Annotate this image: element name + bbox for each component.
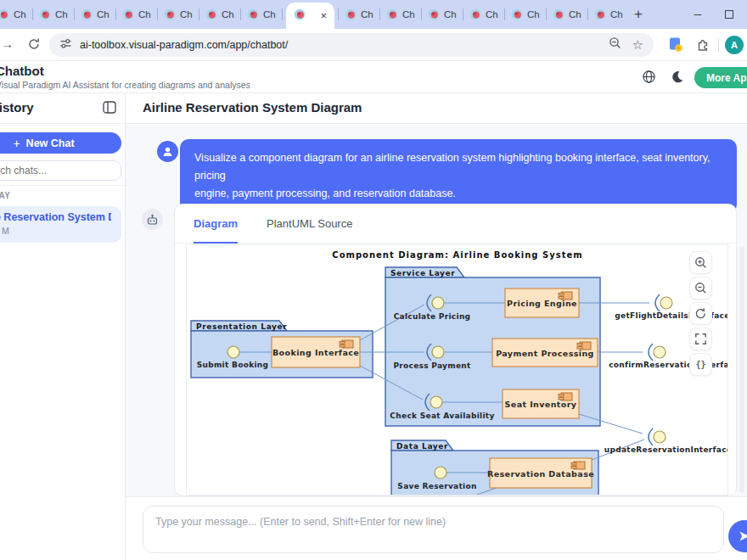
- send-button[interactable]: [728, 520, 747, 552]
- interface-ball: [654, 431, 666, 443]
- interface-ball: [654, 346, 666, 358]
- chat-area: Visualize a component diagram for an air…: [126, 124, 747, 496]
- tab-separator: [237, 8, 244, 20]
- site-settings-icon[interactable]: [59, 37, 72, 53]
- chat-item-time: M: [2, 226, 111, 236]
- site-favicon-icon: [469, 8, 481, 20]
- tab-separator: [112, 8, 120, 20]
- browser-tab[interactable]: Ch: [0, 8, 29, 20]
- more-apps-button[interactable]: More Apps: [694, 67, 747, 88]
- chat-history-item[interactable]: Airline Reservation System Dia... M: [0, 206, 121, 243]
- browser-tab[interactable]: Ch: [425, 8, 459, 20]
- interface-ball: [432, 297, 444, 309]
- bookmark-star-icon[interactable]: ☆: [632, 37, 643, 53]
- language-globe-icon[interactable]: [642, 70, 656, 87]
- extensions-puzzle-icon[interactable]: [696, 37, 710, 55]
- browser-tab[interactable]: Ch: [592, 8, 626, 20]
- page-title: Airline Reservation System Diagram: [143, 100, 747, 115]
- interface-label: Process Payment: [393, 361, 471, 370]
- chat-scrollbar[interactable]: [739, 247, 744, 493]
- tab-label: Ch: [610, 9, 623, 20]
- tab-separator: [418, 8, 425, 20]
- code-braces-button[interactable]: {}: [689, 353, 712, 376]
- app-header: Chatbot Visual Paradigm AI Assistant for…: [0, 61, 747, 93]
- diagram-title: Component Diagram: Airline Booking Syste…: [332, 250, 582, 260]
- site-favicon-icon: [511, 8, 523, 20]
- search-chats-input[interactable]: [0, 160, 121, 181]
- interface-ball: [660, 297, 672, 309]
- zoom-out-button[interactable]: [689, 277, 712, 300]
- site-favicon-icon: [0, 8, 9, 20]
- tab-label: Ch: [180, 9, 193, 20]
- tab-separator: [70, 8, 78, 20]
- new-chat-button[interactable]: + New Chat: [0, 132, 121, 154]
- tabs-row: ChChChChChChCh × ChChChChChChCh+: [0, 0, 643, 29]
- browser-tab-strip: ChChChChChChCh × ChChChChChChCh+ –: [0, 0, 747, 29]
- profile-avatar[interactable]: A: [725, 36, 744, 54]
- tab-label: Ch: [444, 9, 457, 20]
- tab-separator: [278, 8, 286, 20]
- browser-tab[interactable]: Ch: [203, 8, 237, 20]
- tab-close-icon[interactable]: ×: [320, 10, 327, 21]
- minimize-icon[interactable]: –: [694, 7, 701, 20]
- maximize-icon[interactable]: [725, 10, 733, 19]
- conversation-title-bar: Airline Reservation System Diagram: [126, 93, 747, 124]
- browser-tab[interactable]: Ch: [342, 8, 376, 20]
- browser-tab[interactable]: Ch: [120, 8, 154, 20]
- interface-label: Save Reservation: [397, 482, 476, 490]
- socket-arc: [649, 344, 653, 361]
- forward-icon[interactable]: →: [1, 36, 14, 51]
- component-label: Reservation Database: [487, 469, 594, 479]
- site-favicon-icon: [345, 8, 357, 20]
- tab-plantuml-source[interactable]: PlantUML Source: [267, 204, 352, 244]
- browser-tab[interactable]: Ch: [161, 8, 195, 20]
- sidebar-title: History: [0, 100, 34, 115]
- tab-label: Ch: [14, 9, 26, 20]
- site-favicon-icon: [428, 8, 440, 20]
- tab-separator: [154, 8, 161, 20]
- zoom-indicator-icon[interactable]: [609, 36, 622, 53]
- browser-tab[interactable]: Ch: [550, 8, 584, 20]
- browser-tab[interactable]: Ch: [37, 8, 70, 20]
- tab-separator: [334, 8, 342, 20]
- browser-tab[interactable]: Ch: [384, 8, 418, 20]
- browser-tab[interactable]: Ch: [244, 8, 278, 20]
- app-title: Chatbot: [0, 64, 44, 78]
- reset-view-button[interactable]: [689, 302, 712, 325]
- tab-label: Ch: [222, 9, 234, 20]
- browser-tab[interactable]: Ch: [467, 8, 501, 20]
- reload-icon[interactable]: [27, 37, 41, 54]
- message-composer: [126, 496, 747, 560]
- sidebar-divider: [0, 185, 125, 186]
- braces-glyph: {}: [695, 360, 705, 369]
- dark-mode-moon-icon[interactable]: [670, 70, 684, 87]
- extension-badge-icon[interactable]: [668, 36, 683, 56]
- interface-label: updateReservationInterface: [604, 445, 728, 454]
- browser-tab-active[interactable]: ×: [286, 3, 334, 29]
- tab-separator: [376, 8, 384, 20]
- component-icon: [577, 344, 582, 346]
- tab-label: Ch: [97, 9, 110, 20]
- user-avatar: [157, 141, 178, 162]
- tab-separator: [195, 8, 203, 20]
- collapse-sidebar-icon[interactable]: [103, 101, 116, 117]
- site-favicon-icon: [205, 8, 217, 20]
- user-message-line: engine, payment processing, and reservat…: [194, 185, 722, 203]
- url-text[interactable]: ai-toolbox.visual-paradigm.com/app/chatb…: [80, 39, 609, 51]
- address-bar[interactable]: ai-toolbox.visual-paradigm.com/app/chatb…: [49, 33, 654, 57]
- zoom-in-button[interactable]: [689, 251, 712, 274]
- fullscreen-button[interactable]: [689, 328, 712, 350]
- sidebar-header: History: [0, 93, 125, 124]
- history-sidebar: History + New Chat TODAY Airline Reserva…: [0, 93, 126, 560]
- site-favicon-icon: [294, 8, 306, 24]
- browser-tab[interactable]: Ch: [78, 8, 112, 20]
- new-tab-button[interactable]: +: [634, 6, 643, 23]
- interface-label: Check Seat Availability: [390, 412, 494, 420]
- tab-diagram[interactable]: Diagram: [194, 204, 238, 244]
- diagram-viewport[interactable]: Booking InterfacePricing EnginePayment P…: [186, 244, 728, 496]
- browser-tab[interactable]: Ch: [508, 8, 542, 20]
- site-favicon-icon: [39, 8, 51, 20]
- site-favicon-icon: [386, 8, 398, 20]
- message-input[interactable]: [143, 506, 724, 553]
- toolbar-divider: [718, 38, 719, 52]
